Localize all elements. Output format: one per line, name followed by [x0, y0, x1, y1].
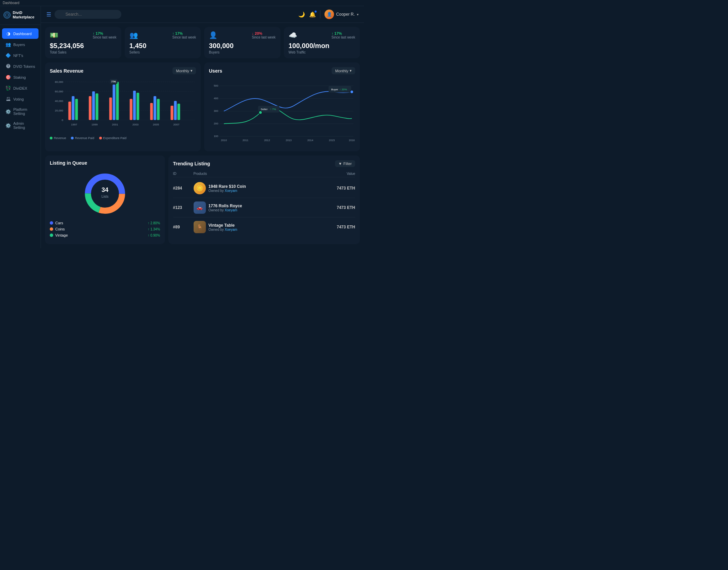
product-name-3: Vintage Table: [209, 223, 238, 228]
main-content: 💵 ↑ 17% Since last week $5,234,056 Total…: [41, 23, 364, 248]
listing-queue-card: Listing in Queue 34 Lists: [45, 155, 165, 244]
logo-text: DiviD Marketplace: [13, 11, 37, 19]
svg-text:2013: 2013: [286, 139, 291, 142]
owner-link-2[interactable]: Xoeyam: [225, 208, 237, 212]
product-id-2: #123: [173, 205, 194, 210]
user-menu[interactable]: 👤 Cooper R. ▾: [324, 10, 359, 19]
svg-text:0: 0: [62, 119, 63, 122]
sidebar-item-dividex[interactable]: 💱DiviDEX: [2, 83, 39, 93]
svg-text:2010: 2010: [221, 139, 227, 142]
sales-revenue-period-dropdown[interactable]: Monthly ▾: [172, 67, 196, 74]
svg-rect-27: [133, 91, 136, 120]
product-info-1: 1948 Rare $10 Coin Owned by Xoeyam: [209, 184, 246, 193]
product-id-1: #284: [173, 186, 194, 191]
svg-rect-21: [113, 85, 116, 120]
stat-change-0: ↑ 17%: [93, 31, 116, 35]
product-image-table: 🪑: [194, 221, 206, 233]
stat-since-2: Since last week: [252, 35, 275, 39]
sidebar-item-buyers[interactable]: 👥Buyers: [2, 39, 39, 50]
svg-text:2001: 2001: [112, 123, 118, 126]
sidebar-item-voting[interactable]: 🗳Voting: [2, 94, 39, 104]
owner-link-3[interactable]: Xoeyam: [225, 228, 237, 231]
stat-icon-2: 👤: [209, 31, 217, 39]
col-value: Value: [328, 172, 355, 176]
stat-change-3: ↑ 17%: [332, 31, 355, 35]
header-divider: [320, 10, 320, 18]
svg-rect-18: [96, 93, 98, 120]
line-chart-area: 500 400 300 200 100: [209, 78, 355, 147]
svg-rect-12: [69, 102, 71, 120]
legend-revenue: Revenue: [50, 136, 66, 140]
stat-top-1: 👥 ↑ 17% Since last week: [130, 31, 196, 39]
window-title: Dashboard: [3, 1, 19, 5]
users-chart-card: Users Monthly ▾ 500 400 300 200: [204, 62, 360, 151]
svg-text:34: 34: [102, 186, 108, 193]
logo-icon: [3, 10, 11, 20]
hamburger-icon[interactable]: ☰: [46, 11, 51, 18]
search-input[interactable]: [55, 10, 121, 19]
svg-text:20,000: 20,000: [55, 109, 63, 112]
stat-label-1: Sellers: [130, 50, 196, 54]
svg-text:1997: 1997: [71, 123, 77, 126]
bell-button[interactable]: 🔔: [309, 11, 316, 18]
stat-card-0: 💵 ↑ 17% Since last week $5,234,056 Total…: [45, 27, 121, 58]
stat-card-1: 👥 ↑ 17% Since last week 1,450 Sellers: [125, 27, 201, 58]
stat-icon-3: ☁️: [289, 31, 297, 39]
stat-value-0: $5,234,056: [50, 42, 117, 50]
svg-rect-34: [171, 106, 173, 120]
product-info-2: 1776 Rolls Royce Owned by Xoeyam: [209, 204, 242, 212]
stat-change-1: ↑ 17%: [172, 31, 196, 35]
product-value-1: 7473 ETH: [328, 186, 355, 191]
table-header: ID Products Value: [173, 170, 355, 177]
svg-rect-28: [137, 93, 139, 120]
sidebar-item-admin-setting[interactable]: ⚙️Admin Setting: [2, 119, 39, 132]
svg-text:Lists: Lists: [101, 195, 108, 198]
owner-link-1[interactable]: Xoeyam: [225, 189, 237, 193]
col-products: Products: [194, 172, 328, 176]
trending-listing-card: Trending Listing ▼ Filter ID Products Va…: [168, 155, 360, 244]
svg-text:2007: 2007: [173, 123, 180, 126]
main-nav: ◑Dashboard👥Buyers🔷NFT's🅣DVID Tokens🎯Stak…: [0, 28, 41, 132]
right-area: ☰ 🌙 🔔 👤 Cooper R. ▾: [41, 6, 364, 248]
stat-label-0: Total Sales: [50, 50, 117, 54]
product-image-car: 🚗: [194, 201, 206, 214]
sidebar-item-dashboard[interactable]: ◑Dashboard: [2, 28, 39, 39]
legend-expenditure-paid: Expenditure Paid: [99, 136, 127, 140]
legend-item-vintage: Vintage ↑ 0.90%: [50, 233, 160, 237]
svg-rect-16: [89, 96, 92, 120]
moon-icon[interactable]: 🌙: [298, 11, 305, 18]
sidebar-item-platform-setting[interactable]: ⚙️Platform Setting: [2, 105, 39, 118]
chevron-down-icon: ▾: [357, 13, 359, 16]
stat-label-2: Buyers: [209, 50, 276, 54]
table-row: #284 🪙 1948 Rare $10 Coin Owned by Xoeya…: [173, 179, 355, 198]
product-name-1: 1948 Rare $10 Coin: [209, 184, 246, 189]
sidebar-item-nfts[interactable]: 🔷NFT's: [2, 50, 39, 61]
bar-chart-svg: 80,000 60,000 40,000 20,000 0 1997: [50, 78, 196, 133]
users-period-dropdown[interactable]: Monthly ▾: [332, 67, 355, 74]
charts-row: Sales Revenue Monthly ▾: [45, 62, 360, 151]
bar-chart-area: 80,000 60,000 40,000 20,000 0 1997: [50, 78, 196, 140]
nav-label-dividex: DiviDEX: [13, 86, 27, 90]
notification-badge: [314, 10, 317, 13]
nav-label-platform-setting: Platform Setting: [13, 107, 35, 116]
sidebar-item-staking[interactable]: 🎯Staking: [2, 72, 39, 82]
svg-rect-14: [75, 99, 78, 120]
stat-since-0: Since last week: [93, 35, 116, 39]
svg-text:Seller: Seller: [261, 108, 268, 111]
nav-label-voting: Voting: [13, 97, 24, 101]
stat-top-0: 💵 ↑ 17% Since last week: [50, 31, 117, 39]
svg-text:80,000: 80,000: [55, 80, 63, 84]
sidebar-item-dvid-tokens[interactable]: 🅣DVID Tokens: [2, 61, 39, 72]
svg-point-55: [350, 90, 353, 94]
filter-button[interactable]: ▼ Filter: [335, 160, 355, 167]
stat-icon-0: 💵: [50, 31, 58, 39]
product-id-3: #89: [173, 225, 194, 229]
product-image-coin: 🪙: [194, 182, 206, 194]
svg-text:1999: 1999: [92, 123, 98, 126]
nav-label-admin-setting: Admin Setting: [13, 121, 35, 130]
table-row: #123 🚗 1776 Rolls Royce Owned by Xoeyam …: [173, 198, 355, 217]
product-cell-1: 🪙 1948 Rare $10 Coin Owned by Xoeyam: [194, 182, 328, 194]
table-row: #89 🪑 Vintage Table Owned by Xoeyam 7473…: [173, 217, 355, 237]
svg-rect-36: [178, 104, 180, 120]
header-right: 🌙 🔔 👤 Cooper R. ▾: [298, 10, 359, 19]
